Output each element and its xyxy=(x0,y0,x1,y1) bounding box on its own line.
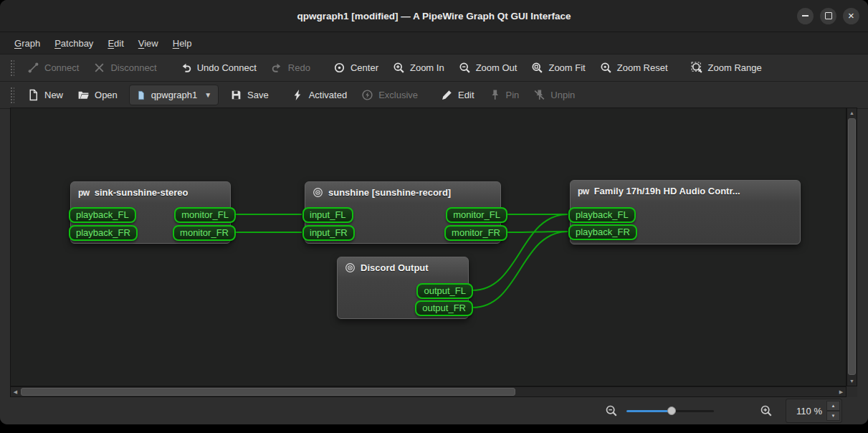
maximize-button[interactable] xyxy=(820,8,836,24)
scrollbar-corner xyxy=(846,386,857,397)
open-button[interactable]: Open xyxy=(70,85,125,105)
edit-button[interactable]: Edit xyxy=(434,85,481,105)
titlebar: qpwgraph1 [modified] — A PipeWire Graph … xyxy=(0,0,868,32)
exclusive-label: Exclusive xyxy=(378,90,418,100)
minimize-icon xyxy=(802,15,809,16)
zoom-slider[interactable] xyxy=(626,405,714,417)
scroll-up-arrow[interactable]: ▲ xyxy=(847,108,857,118)
scroll-right-arrow[interactable]: ▶ xyxy=(836,387,846,396)
center-button[interactable]: Center xyxy=(326,57,386,78)
port-playback-fr[interactable]: playback_FR xyxy=(568,224,637,240)
zoom-reset-label: Zoom Reset xyxy=(617,62,668,73)
port-input-fl[interactable]: input_FL xyxy=(302,207,353,223)
menu-graph[interactable]: Graph xyxy=(7,34,47,52)
node-title: sunshine [sunshine-record] xyxy=(328,187,451,198)
port-output-fr[interactable]: output_FR xyxy=(415,300,473,316)
zoom-out-icon xyxy=(459,62,471,74)
zoom-out-label: Zoom Out xyxy=(476,62,518,73)
edit-pencil-icon xyxy=(441,89,453,101)
zoom-in-button[interactable]: Zoom In xyxy=(386,57,452,78)
unpin-button[interactable]: Unpin xyxy=(526,85,582,105)
port-monitor-fr[interactable]: monitor_FR xyxy=(173,225,236,241)
activated-bolt-icon xyxy=(292,89,304,101)
maximize-icon xyxy=(825,12,832,19)
spin-down-button[interactable]: ▼ xyxy=(826,411,840,421)
vertical-scrollbar[interactable]: ▲ ▼ xyxy=(846,108,857,386)
port-playback-fr[interactable]: playback_FR xyxy=(69,225,138,241)
file-toolbar: New Open qpwgraph1 ▼ Save Activated Excl… xyxy=(0,82,868,109)
graph-canvas[interactable]: pw sink-sunshine-stereo playback_FL play… xyxy=(10,108,846,386)
port-playback-fl[interactable]: playback_FL xyxy=(568,207,636,223)
activated-button[interactable]: Activated xyxy=(285,85,354,105)
toolbar-drag-handle[interactable] xyxy=(10,87,14,104)
pin-icon xyxy=(489,89,501,101)
node-header: pw Family 17h/19h HD Audio Contr... xyxy=(571,181,800,201)
graph-node-sunshine[interactable]: sunshine [sunshine-record] input_FL inpu… xyxy=(305,181,501,244)
port-output-fl[interactable]: output_FL xyxy=(416,283,473,299)
disconnect-button[interactable]: Disconnect xyxy=(86,57,163,78)
exclusive-button[interactable]: Exclusive xyxy=(354,85,425,105)
redo-label: Redo xyxy=(288,62,310,73)
connections-layer xyxy=(11,108,846,386)
spin-up-button[interactable]: ▲ xyxy=(826,401,840,411)
zoom-slider-thumb[interactable] xyxy=(667,406,676,415)
chevron-down-icon: ▼ xyxy=(204,91,211,99)
zoom-fit-button[interactable]: Zoom Fit xyxy=(524,57,592,78)
unpin-label: Unpin xyxy=(550,90,575,100)
zoom-out-icon[interactable] xyxy=(605,404,618,417)
audio-icon xyxy=(313,187,323,198)
zoom-out-button[interactable]: Zoom Out xyxy=(452,57,525,78)
edit-label: Edit xyxy=(458,90,474,100)
toolbar-drag-handle[interactable] xyxy=(10,60,14,77)
app-window: qpwgraph1 [modified] — A PipeWire Graph … xyxy=(0,0,868,424)
session-combobox[interactable]: qpwgraph1 ▼ xyxy=(129,85,219,105)
new-label: New xyxy=(44,90,63,100)
port-monitor-fl[interactable]: monitor_FL xyxy=(446,207,507,223)
connect-button[interactable]: Connect xyxy=(20,57,86,78)
new-file-icon xyxy=(27,89,39,101)
zoom-in-icon[interactable] xyxy=(760,404,773,417)
menu-help[interactable]: Help xyxy=(166,34,199,52)
horizontal-scrollbar-thumb[interactable] xyxy=(21,388,515,396)
document-icon xyxy=(136,90,146,100)
graph-toolbar: Connect Disconnect Undo Connect Redo Cen… xyxy=(0,54,868,82)
new-button[interactable]: New xyxy=(20,85,70,105)
disconnect-icon xyxy=(93,62,105,74)
zoom-range-label: Zoom Range xyxy=(708,62,762,73)
open-folder-icon xyxy=(77,89,90,101)
minimize-button[interactable] xyxy=(797,8,814,24)
activated-label: Activated xyxy=(309,90,347,100)
close-button[interactable]: × xyxy=(843,8,859,24)
undo-connect-button[interactable]: Undo Connect xyxy=(173,57,264,78)
scroll-left-arrow[interactable]: ◀ xyxy=(11,387,20,396)
graph-node-sink-sunshine-stereo[interactable]: pw sink-sunshine-stereo playback_FL play… xyxy=(70,181,231,244)
menubar: Graph Patchbay Edit View Help xyxy=(0,32,868,54)
scroll-down-arrow[interactable]: ▼ xyxy=(847,376,857,386)
horizontal-scrollbar[interactable]: ◀ ▶ xyxy=(10,386,846,397)
zoom-value: 110 % xyxy=(792,406,822,417)
spin-buttons: ▲ ▼ xyxy=(826,401,840,421)
zoom-reset-button[interactable]: Zoom Reset xyxy=(593,57,675,78)
vertical-scrollbar-thumb[interactable] xyxy=(848,118,856,375)
zoom-spinbox[interactable]: 110 % ▲ ▼ xyxy=(786,399,842,423)
save-button[interactable]: Save xyxy=(223,85,276,105)
zoom-range-button[interactable]: Zoom Range xyxy=(684,57,769,78)
node-header: Discord Output xyxy=(338,257,468,278)
graph-node-family-hd-audio[interactable]: pw Family 17h/19h HD Audio Contr... play… xyxy=(570,180,801,244)
canvas-area: pw sink-sunshine-stereo playback_FL play… xyxy=(10,108,857,397)
disconnect-label: Disconnect xyxy=(110,62,156,73)
port-monitor-fr[interactable]: monitor_FR xyxy=(444,225,507,241)
graph-node-discord-output[interactable]: Discord Output output_FL output_FR xyxy=(337,257,469,319)
port-monitor-fl[interactable]: monitor_FL xyxy=(174,207,236,223)
center-label: Center xyxy=(350,62,378,73)
port-input-fr[interactable]: input_FR xyxy=(302,225,355,241)
menu-view[interactable]: View xyxy=(131,34,166,52)
redo-button[interactable]: Redo xyxy=(264,57,318,78)
zoom-slider-fill xyxy=(626,410,672,412)
statusbar: 110 % ▲ ▼ xyxy=(0,397,868,424)
pin-button[interactable]: Pin xyxy=(482,85,527,105)
menu-patchbay[interactable]: Patchbay xyxy=(47,34,100,52)
session-name: qpwgraph1 xyxy=(151,90,197,100)
menu-edit[interactable]: Edit xyxy=(100,34,130,52)
port-playback-fl[interactable]: playback_FL xyxy=(69,207,136,223)
